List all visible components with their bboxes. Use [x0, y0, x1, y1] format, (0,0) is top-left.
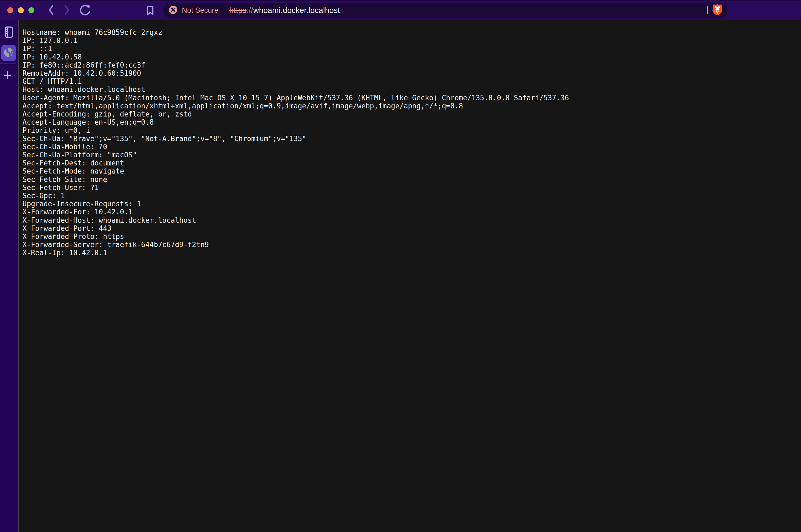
reload-icon [78, 3, 92, 18]
web-page-viewport: Hostname: whoami-76c9859cfc-2rgxz IP: 12… [18, 20, 801, 532]
address-bar-divider [707, 6, 708, 14]
address-bar[interactable]: Not Secure https://whoami.docker.localho… [163, 3, 728, 18]
forward-button[interactable] [62, 5, 71, 16]
url-scheme: https [229, 6, 247, 15]
address-bar-right [707, 3, 723, 17]
window-controls [7, 7, 34, 13]
whoami-response-body: Hostname: whoami-76c9859cfc-2rgxz IP: 12… [19, 20, 801, 257]
url-host: whoami.docker.localhost [253, 6, 340, 15]
back-button[interactable] [47, 5, 56, 16]
forward-icon [63, 5, 71, 17]
vertical-tab-sidebar [0, 20, 18, 532]
new-tab-button[interactable] [4, 71, 11, 79]
security-status-label[interactable]: Not Secure [182, 6, 218, 15]
reload-button[interactable] [78, 5, 92, 16]
toggle-sidebar-button[interactable] [5, 26, 13, 37]
sidebar-panel-icon [5, 34, 13, 39]
brave-shield-button[interactable] [712, 3, 723, 17]
back-icon [47, 5, 55, 17]
bookmark-button[interactable] [146, 5, 154, 16]
zoom-window-button[interactable] [29, 7, 34, 13]
bookmark-icon [146, 12, 154, 17]
brave-shield-icon [712, 12, 723, 17]
sidebar-divider [0, 63, 16, 64]
plus-icon [4, 75, 11, 80]
not-secure-icon[interactable] [169, 5, 178, 15]
globe-icon [3, 47, 14, 59]
url-separator: :// [247, 6, 253, 15]
close-window-button[interactable] [7, 7, 13, 13]
minimize-window-button[interactable] [18, 7, 24, 13]
url-text[interactable]: https://whoami.docker.localhost [229, 6, 340, 15]
nav-controls [47, 1, 92, 20]
active-tab-whoami[interactable] [1, 45, 16, 61]
browser-toolbar: Not Secure https://whoami.docker.localho… [0, 0, 801, 20]
